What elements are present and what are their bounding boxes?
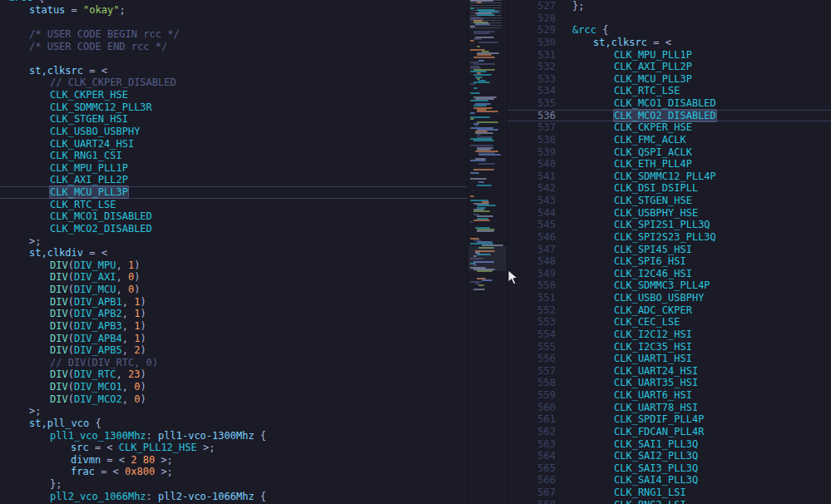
code-line[interactable]: DIV(DIV_MPU, 1)	[0, 259, 467, 272]
code-line[interactable]: 567CLK_RNG1_LSI	[507, 487, 831, 499]
line-number[interactable]: 530	[507, 37, 572, 49]
code-line[interactable]: CLK_USBO_USBPHY	[0, 126, 467, 138]
code-line[interactable]: pll1_vco_1300Mhz: pll1-vco-1300Mhz {	[0, 430, 467, 442]
code-line[interactable]: 556CLK_UART1_HSI	[507, 353, 831, 365]
line-number[interactable]: 535	[507, 97, 572, 110]
line-number[interactable]: 532	[507, 61, 572, 73]
code-line[interactable]: CLK_MCU_PLL3P	[0, 186, 467, 199]
line-number[interactable]: 548	[507, 255, 572, 268]
code-line[interactable]: /* USER CODE BEGIN rcc */	[0, 28, 467, 41]
code-line[interactable]: 535CLK_MCO1_DISABLED	[507, 97, 831, 110]
code-line[interactable]: 533CLK_MCU_PLL3P	[507, 73, 831, 86]
code-line[interactable]: CLK_RTC_LSE	[0, 199, 467, 211]
code-line[interactable]: /* USER CODE END rcc */	[0, 41, 467, 53]
line-number[interactable]: 538	[507, 134, 572, 146]
line-number[interactable]: 551	[507, 292, 572, 304]
line-number[interactable]: 568	[507, 499, 572, 504]
code-line[interactable]: 566CLK_SAI4_PLL3Q	[507, 474, 831, 487]
code-line[interactable]: CLK_MCO1_DISABLED	[0, 210, 467, 223]
code-line[interactable]: 560CLK_UART78_HSI	[507, 402, 831, 414]
code-line[interactable]: CLK_MPU_PLL1P	[0, 162, 467, 175]
code-line[interactable]: st,clkdiv = <	[0, 247, 467, 259]
code-line[interactable]: st,pll_vco {	[0, 418, 467, 430]
line-number[interactable]: 541	[507, 170, 572, 183]
code-line[interactable]: 554CLK_I2C12_HSI	[507, 329, 831, 341]
line-number[interactable]: 537	[507, 121, 572, 134]
code-line[interactable]: 549CLK_I2C46_HSI	[507, 268, 831, 280]
line-number[interactable]: 558	[507, 377, 572, 389]
line-number[interactable]: 531	[507, 49, 572, 62]
code-line[interactable]: 553CLK_CEC_LSE	[507, 316, 831, 329]
line-number[interactable]: 544	[507, 207, 572, 220]
code-line[interactable]: DIV(DIV_RTC, 23)	[0, 368, 467, 381]
code-line[interactable]: 537CLK_CKPER_HSE	[507, 121, 831, 134]
code-line[interactable]: };	[0, 478, 467, 491]
line-number[interactable]: 540	[507, 158, 572, 170]
code-line[interactable]: 539CLK_QSPI_ACLK	[507, 146, 831, 159]
code-line[interactable]: DIV(DIV_APB1, 1)	[0, 296, 467, 309]
line-number[interactable]: 567	[507, 487, 572, 499]
line-number[interactable]: 539	[507, 146, 572, 159]
code-line[interactable]	[0, 16, 467, 28]
code-line[interactable]: 568CLK_RNG2_LSI	[507, 499, 831, 504]
code-line[interactable]: >;	[0, 405, 467, 418]
left-editor-pane[interactable]: &rcc {status = "okay";/* USER CODE BEGIN…	[0, 0, 467, 504]
line-number[interactable]: 542	[507, 182, 572, 195]
code-line[interactable]: CLK_STGEN_HSI	[0, 113, 467, 126]
code-line[interactable]: 565CLK_SAI3_PLL3Q	[507, 462, 831, 475]
line-number[interactable]: 534	[507, 85, 572, 97]
code-line[interactable]: DIV(DIV_MCU, 0)	[0, 284, 467, 296]
code-line[interactable]: DIV(DIV_AXI, 0)	[0, 271, 467, 284]
code-line[interactable]: 545CLK_SPI2S1_PLL3Q	[507, 219, 831, 231]
code-line[interactable]: 564CLK_SAI2_PLL3Q	[507, 450, 831, 462]
line-number[interactable]: 553	[507, 316, 572, 329]
code-line[interactable]: 536CLK_MCO2_DISABLED	[507, 110, 831, 122]
code-line[interactable]: 538CLK_FMC_ACLK	[507, 134, 831, 146]
code-line[interactable]: CLK_SDMMC12_PLL3R	[0, 101, 467, 114]
code-line[interactable]: 541CLK_SDMMC12_PLL4P	[507, 170, 831, 183]
line-number[interactable]: 547	[507, 244, 572, 256]
line-number[interactable]: 564	[507, 450, 572, 462]
code-line[interactable]: 563CLK_SAI1_PLL3Q	[507, 438, 831, 451]
code-line[interactable]	[0, 52, 467, 65]
code-line[interactable]: DIV(DIV_MCO1, 0)	[0, 381, 467, 393]
line-number[interactable]: 533	[507, 73, 572, 86]
line-number[interactable]: 561	[507, 413, 572, 426]
line-number[interactable]: 536	[507, 111, 572, 121]
line-number[interactable]: 559	[507, 389, 572, 402]
code-line[interactable]: CLK_RNG1_CSI	[0, 150, 467, 162]
code-line[interactable]: pll2_vco_1066Mhz: pll2-vco-1066Mhz {	[0, 491, 467, 503]
line-number[interactable]: 527	[507, 0, 572, 12]
minimap-slider[interactable]	[468, 246, 507, 271]
line-number[interactable]: 562	[507, 426, 572, 438]
line-number[interactable]: 545	[507, 219, 572, 231]
code-line[interactable]: 542CLK_DSI_DSIPLL	[507, 182, 831, 195]
code-line[interactable]: st,clksrc = <	[0, 65, 467, 77]
code-line[interactable]: 543CLK_STGEN_HSE	[507, 195, 831, 207]
line-number[interactable]: 563	[507, 438, 572, 451]
code-line[interactable]: DIV(DIV_APB5, 2)	[0, 344, 467, 357]
code-line[interactable]: 559CLK_UART6_HSI	[507, 389, 831, 402]
code-line[interactable]: 548CLK_SPI6_HSI	[507, 255, 831, 268]
line-number[interactable]: 543	[507, 195, 572, 207]
line-number[interactable]: 566	[507, 474, 572, 487]
code-line[interactable]: 555CLK_I2C35_HSI	[507, 341, 831, 353]
line-number[interactable]: 529	[507, 24, 572, 37]
code-line[interactable]: 551CLK_USBO_USBPHY	[507, 292, 831, 304]
line-number[interactable]: 557	[507, 365, 572, 378]
code-line[interactable]: // DIV(DIV_RTC, 0)	[0, 357, 467, 369]
code-line[interactable]: 558CLK_UART35_HSI	[507, 377, 831, 389]
code-line[interactable]: src = < CLK_PLL12_HSE >;	[0, 442, 467, 454]
code-line[interactable]: 562CLK_FDCAN_PLL4R	[507, 426, 831, 438]
code-line[interactable]: 532CLK_AXI_PLL2P	[507, 61, 831, 73]
code-line[interactable]: CLK_MCO2_DISABLED	[0, 223, 467, 235]
code-line[interactable]: CLK_UART24_HSI	[0, 138, 467, 151]
code-line[interactable]: 547CLK_SPI45_HSI	[507, 244, 831, 256]
code-line[interactable]: 544CLK_USBPHY_HSE	[507, 207, 831, 220]
code-line[interactable]: CLK_CKPER_HSE	[0, 89, 467, 101]
line-number[interactable]: 560	[507, 402, 572, 414]
code-line[interactable]: DIV(DIV_MCO2, 0)	[0, 393, 467, 406]
code-line[interactable]: frac = < 0x800 >;	[0, 466, 467, 478]
code-line[interactable]: 552CLK_ADC_CKPER	[507, 304, 831, 317]
code-line[interactable]: divmn = < 2 80 >;	[0, 454, 467, 467]
